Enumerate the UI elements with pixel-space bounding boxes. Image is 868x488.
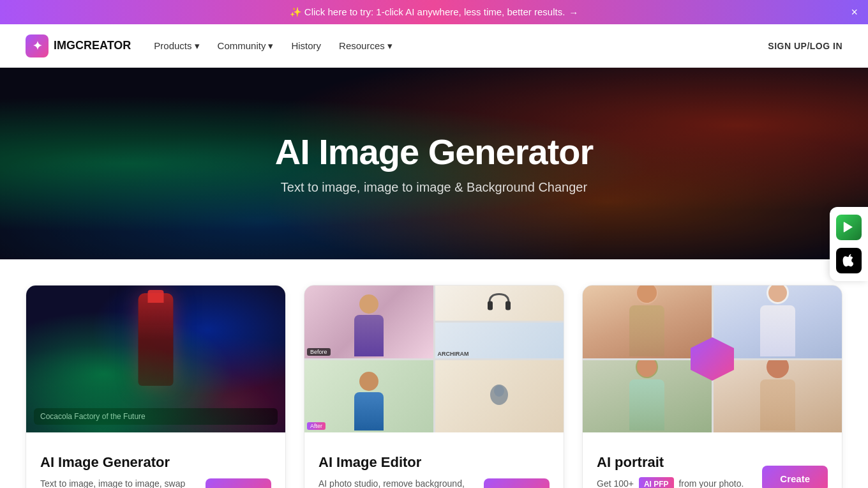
svg-rect-1: [505, 301, 511, 310]
card-text-portrait: AI portrait Get 100+ AI PFP from your ph…: [597, 454, 744, 488]
card-ai-image-editor: Before A: [304, 285, 564, 488]
create-button-generator[interactable]: Create: [206, 478, 271, 488]
card-image-generator-preview: Cocacola Factory of the Future: [26, 286, 285, 432]
nav-right: SIGN UP/LOG IN: [768, 41, 842, 51]
card-body-editor: AI Image Editor AI photo studio, remove …: [304, 432, 564, 488]
nav-left: ✦ IMGCREATOR Products ▾ Community ▾ Hist…: [26, 34, 393, 57]
chevron-down-icon: ▾: [195, 40, 200, 52]
svg-point-3: [494, 385, 504, 397]
portrait-cell-1: [583, 286, 712, 358]
card-image-portrait-preview: [583, 286, 842, 432]
logo-icon: ✦: [26, 34, 49, 57]
cards-section: Cocacola Factory of the Future AI Image …: [0, 259, 868, 488]
card-ai-image-generator: Cocacola Factory of the Future AI Image …: [26, 285, 286, 488]
card-title-portrait: AI portrait: [597, 454, 744, 471]
editor-subcell-1: [435, 286, 564, 321]
person-1: [353, 294, 385, 358]
create-button-portrait[interactable]: Create: [762, 466, 828, 488]
apple-icon: [842, 254, 855, 268]
portrait-person-1: [628, 286, 666, 358]
card-desc-portrait: Get 100+ AI PFP from your photo.: [597, 477, 744, 488]
ai-pfp-badge: AI PFP: [639, 477, 674, 488]
product-2-icon: [486, 382, 513, 410]
card-title-generator: AI Image Generator: [40, 454, 206, 471]
brand-label: ARCHIRAM: [438, 351, 469, 357]
promo-banner: ✨ Click here to try: 1-click AI anywhere…: [0, 0, 868, 24]
google-play-badge[interactable]: [836, 215, 862, 240]
banner-arrow: →: [569, 7, 578, 18]
person-2: [353, 372, 385, 432]
editor-cell-1: Before: [304, 286, 433, 358]
card-image-editor-preview: Before A: [304, 286, 564, 432]
card-desc-editor: AI photo studio, remove background, magi…: [318, 477, 484, 488]
card-ai-portrait: AI portrait Get 100+ AI PFP from your ph…: [582, 285, 842, 488]
editor-cell-4: [435, 360, 564, 433]
portrait-cell-3: [583, 360, 712, 433]
nav-links: Products ▾ Community ▾ History Resources…: [154, 40, 392, 52]
app-badges-panel: [830, 207, 868, 281]
hero-content: AI Image Generator Text to image, image …: [275, 132, 594, 195]
card-title-editor: AI Image Editor: [318, 454, 484, 471]
nav-link-resources[interactable]: Resources ▾: [339, 40, 393, 52]
cards-grid: Cocacola Factory of the Future AI Image …: [26, 285, 842, 488]
chevron-down-icon: ▾: [387, 40, 393, 52]
card-body-generator: AI Image Generator Text to image, image …: [26, 432, 285, 488]
svg-rect-0: [488, 301, 493, 310]
before-label: Before: [307, 348, 331, 356]
bottle-cap: [148, 290, 164, 303]
card-footer-editor: AI Image Editor AI photo studio, remove …: [318, 454, 550, 488]
hero-subtitle: Text to image, image to image & Backgrou…: [275, 180, 594, 195]
create-button-editor[interactable]: Create: [484, 478, 550, 488]
after-label: After: [307, 422, 326, 430]
glow-effect: [26, 344, 285, 432]
editor-subcell-2: ARCHIRAM: [435, 323, 564, 358]
portrait-person-2: [758, 286, 797, 358]
apple-store-badge[interactable]: [836, 248, 862, 273]
card-text-editor: AI Image Editor AI photo studio, remove …: [318, 454, 484, 488]
nav-link-community[interactable]: Community ▾: [218, 40, 274, 52]
chevron-down-icon: ▾: [268, 40, 273, 52]
portrait-cell-4: [714, 360, 842, 433]
logo[interactable]: ✦ IMGCREATOR: [26, 34, 131, 57]
editor-cell-3: After: [304, 360, 433, 433]
banner-text[interactable]: ✨ Click here to try: 1-click AI anywhere…: [290, 6, 565, 18]
nav-link-products[interactable]: Products ▾: [154, 40, 199, 52]
hero-title: AI Image Generator: [275, 132, 594, 172]
nav-link-history[interactable]: History: [291, 40, 321, 51]
card-footer-portrait: AI portrait Get 100+ AI PFP from your ph…: [597, 454, 828, 488]
navbar: ✦ IMGCREATOR Products ▾ Community ▾ Hist…: [0, 24, 868, 68]
product-icon: [486, 291, 512, 316]
card-footer-generator: AI Image Generator Text to image, image …: [40, 454, 271, 488]
sign-up-button[interactable]: SIGN UP/LOG IN: [768, 41, 842, 51]
portrait-cell-2: [714, 286, 842, 358]
banner-close-button[interactable]: ×: [851, 6, 858, 18]
card-text-generator: AI Image Generator Text to image, image …: [40, 454, 206, 488]
portrait-person-4: [758, 360, 797, 433]
play-store-icon: [842, 220, 856, 234]
logo-text: IMGCREATOR: [54, 39, 131, 52]
card-body-portrait: AI portrait Get 100+ AI PFP from your ph…: [583, 432, 842, 488]
portrait-person-3: [628, 360, 666, 433]
card-desc-generator: Text to image, image to image, swap anyt…: [40, 477, 206, 488]
editor-cell-2: ARCHIRAM: [435, 286, 564, 358]
hero-section: AI Image Generator Text to image, image …: [0, 68, 868, 259]
